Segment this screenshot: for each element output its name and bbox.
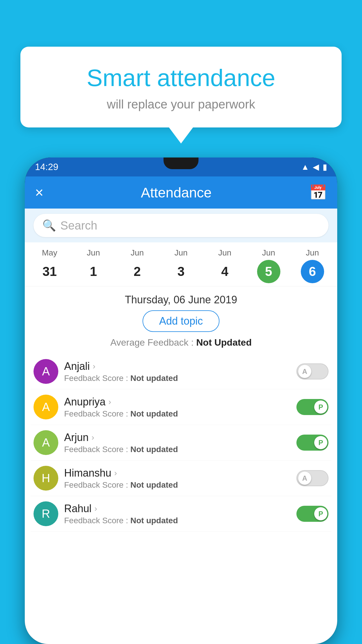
student-list-item[interactable]: AAnupriya ›Feedback Score : Not updatedP bbox=[31, 389, 331, 425]
calendar-day[interactable]: Jun3 bbox=[169, 248, 193, 283]
close-button[interactable]: × bbox=[35, 184, 43, 201]
student-list-item[interactable]: AArjun ›Feedback Score : Not updatedP bbox=[31, 425, 331, 461]
student-feedback: Feedback Score : Not updated bbox=[64, 374, 291, 383]
avatar: A bbox=[34, 395, 58, 419]
student-list-item[interactable]: RRahul ›Feedback Score : Not updatedP bbox=[31, 496, 331, 532]
screen-content: 🔍 Search May31Jun1Jun2Jun3Jun4Jun5Jun6 T… bbox=[25, 209, 337, 644]
student-list-item[interactable]: HHimanshu ›Feedback Score : Not updatedA bbox=[31, 461, 331, 496]
cal-month-label: Jun bbox=[306, 248, 319, 258]
chevron-right-icon: › bbox=[108, 397, 111, 407]
app-bar: × Attendance 📅 bbox=[25, 176, 337, 209]
student-name: Anjali › bbox=[64, 360, 291, 372]
attendance-toggle[interactable]: A bbox=[296, 363, 328, 379]
status-time: 14:29 bbox=[35, 162, 58, 172]
add-topic-button[interactable]: Add topic bbox=[143, 310, 219, 332]
student-list-item[interactable]: AAnjali ›Feedback Score : Not updatedA bbox=[31, 354, 331, 389]
student-info: Himanshu ›Feedback Score : Not updated bbox=[64, 467, 291, 490]
student-feedback: Feedback Score : Not updated bbox=[64, 480, 291, 490]
student-info: Anupriya ›Feedback Score : Not updated bbox=[64, 396, 291, 419]
student-info: Arjun ›Feedback Score : Not updated bbox=[64, 431, 291, 454]
cal-month-label: Jun bbox=[174, 248, 187, 258]
battery-icon: ▮ bbox=[323, 162, 327, 172]
search-icon: 🔍 bbox=[42, 219, 56, 232]
calendar-day[interactable]: Jun1 bbox=[82, 248, 105, 283]
bubble-subtitle: will replace your paperwork bbox=[44, 97, 318, 111]
cal-month-label: Jun bbox=[87, 248, 100, 258]
avg-feedback-label: Average Feedback : bbox=[110, 337, 196, 348]
cal-month-label: Jun bbox=[218, 248, 231, 258]
status-bar: 14:29 ▲ ◀ ▮ bbox=[25, 158, 337, 176]
calendar-day[interactable]: Jun2 bbox=[126, 248, 149, 283]
student-name: Himanshu › bbox=[64, 467, 291, 479]
toggle-thumb: P bbox=[314, 400, 327, 414]
calendar-day[interactable]: May31 bbox=[38, 248, 61, 283]
chevron-right-icon: › bbox=[93, 362, 95, 371]
chevron-right-icon: › bbox=[114, 468, 117, 478]
selected-date-label: Thursday, 06 June 2019 bbox=[25, 286, 337, 310]
student-feedback: Feedback Score : Not updated bbox=[64, 409, 291, 419]
app-bar-title: Attendance bbox=[141, 185, 212, 201]
chevron-right-icon: › bbox=[94, 504, 97, 513]
calendar-day[interactable]: Jun5 bbox=[257, 248, 280, 283]
calendar-strip: May31Jun1Jun2Jun3Jun4Jun5Jun6 bbox=[25, 242, 337, 286]
average-feedback: Average Feedback : Not Updated bbox=[25, 337, 337, 354]
cal-date-number: 3 bbox=[169, 260, 193, 283]
wifi-icon: ▲ bbox=[301, 162, 309, 172]
search-bar-container: 🔍 Search bbox=[25, 209, 337, 242]
student-info: Anjali ›Feedback Score : Not updated bbox=[64, 360, 291, 383]
attendance-toggle[interactable]: P bbox=[296, 399, 328, 415]
toggle-thumb: P bbox=[314, 507, 327, 520]
calendar-icon[interactable]: 📅 bbox=[309, 184, 327, 201]
bubble-title: Smart attendance bbox=[44, 64, 318, 92]
student-info: Rahul ›Feedback Score : Not updated bbox=[64, 503, 291, 525]
status-icons: ▲ ◀ ▮ bbox=[301, 162, 327, 172]
speech-bubble-container: Smart attendance will replace your paper… bbox=[20, 47, 342, 127]
cal-date-number: 31 bbox=[38, 260, 61, 283]
attendance-toggle[interactable]: P bbox=[296, 435, 328, 451]
avatar: R bbox=[34, 501, 58, 526]
student-feedback: Feedback Score : Not updated bbox=[64, 516, 291, 525]
cal-date-number: 2 bbox=[126, 260, 149, 283]
student-feedback: Feedback Score : Not updated bbox=[64, 445, 291, 454]
avg-feedback-value: Not Updated bbox=[196, 337, 252, 348]
attendance-toggle[interactable]: P bbox=[296, 506, 328, 522]
speech-bubble: Smart attendance will replace your paper… bbox=[20, 47, 342, 127]
cal-month-label: May bbox=[42, 248, 57, 258]
avatar: A bbox=[34, 359, 58, 384]
toggle-thumb: P bbox=[314, 436, 327, 449]
calendar-day[interactable]: Jun6 bbox=[301, 248, 324, 283]
avatar: H bbox=[34, 466, 58, 491]
avatar: A bbox=[34, 430, 58, 455]
search-placeholder: Search bbox=[60, 219, 97, 232]
toggle-thumb: A bbox=[298, 472, 311, 485]
student-name: Rahul › bbox=[64, 503, 291, 515]
cal-date-number: 6 bbox=[301, 260, 324, 283]
cal-month-label: Jun bbox=[262, 248, 275, 258]
toggle-thumb: A bbox=[298, 365, 311, 378]
cal-month-label: Jun bbox=[131, 248, 144, 258]
student-name: Anupriya › bbox=[64, 396, 291, 408]
phone-frame: 14:29 ▲ ◀ ▮ × Attendance 📅 🔍 Search bbox=[25, 158, 337, 644]
student-name: Arjun › bbox=[64, 431, 291, 444]
student-list: AAnjali ›Feedback Score : Not updatedAAA… bbox=[25, 354, 337, 532]
attendance-toggle[interactable]: A bbox=[296, 470, 328, 486]
chevron-right-icon: › bbox=[92, 433, 94, 442]
calendar-day[interactable]: Jun4 bbox=[213, 248, 236, 283]
signal-icon: ◀ bbox=[313, 162, 319, 172]
add-topic-section: Add topic bbox=[25, 310, 337, 337]
notch bbox=[164, 158, 198, 169]
search-bar[interactable]: 🔍 Search bbox=[34, 214, 328, 237]
cal-date-number: 5 bbox=[257, 260, 280, 283]
cal-date-number: 1 bbox=[82, 260, 105, 283]
cal-date-number: 4 bbox=[213, 260, 236, 283]
